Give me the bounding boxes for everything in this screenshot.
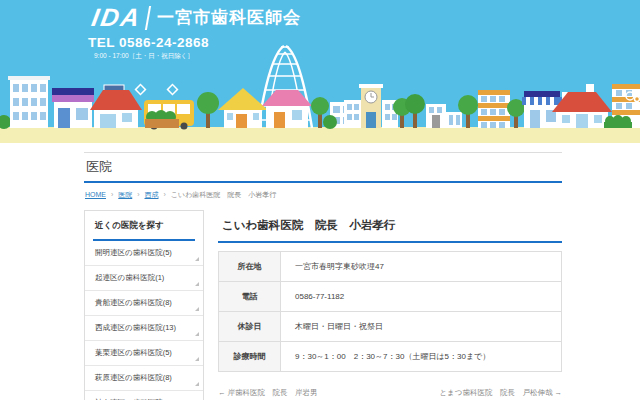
breadcrumb: HOME › 医院 › 西成 › こいわ歯科医院 院長 小岩孝行 — [84, 190, 562, 200]
house-big-red-roof — [552, 84, 612, 128]
tree — [197, 92, 219, 128]
header-contact: TEL 0586-24-2868 9:00 - 17:00［土・日・祝日除く］ — [88, 35, 209, 61]
row-label: 所在地 — [219, 252, 281, 282]
shop-purple-awning — [52, 88, 94, 128]
sidebar-item-kamiyama[interactable]: 神山連区の歯科医院(10) — [85, 391, 203, 400]
building-orange-stripes — [478, 90, 510, 128]
row-label: 休診日 — [219, 312, 281, 342]
sidebar-item-hagiwara[interactable]: 萩原連区の歯科医院(8) — [85, 366, 203, 391]
breadcrumb-current: こいわ歯科医院 院長 小岩孝行 — [171, 191, 277, 198]
clinic-detail: こいわ歯科医院 院長 小岩孝行 所在地 一宮市春明字東砂吹理47 電話 0586… — [218, 210, 562, 398]
school-clock-building — [344, 84, 398, 128]
ground — [0, 127, 640, 143]
table-row-hours: 診療時間 9：30～1：00 2：30～7：30（土曜日は5：30まで） — [219, 342, 562, 372]
site-logo[interactable]: IDA 一宮市歯科医師会 — [92, 5, 301, 30]
ida-logo-icon: IDA — [90, 5, 143, 30]
bush — [0, 115, 11, 129]
prev-clinic-link[interactable]: ← 岸歯科医院 院長 岸岩男 — [218, 388, 318, 398]
header-banner: IDA 一宮市歯科医師会 TEL 0586-24-2868 9:00 - 17:… — [0, 0, 640, 143]
bird-diamond-icon — [136, 85, 146, 95]
sidebar-item-okoshi[interactable]: 起連区の歯科医院(1) — [85, 266, 203, 291]
breadcrumb-separator: › — [111, 191, 113, 198]
row-value: 一宮市春明字東砂吹理47 — [281, 252, 562, 282]
breadcrumb-home[interactable]: HOME — [85, 191, 106, 198]
row-value: 0586-77-1182 — [281, 282, 562, 312]
sidebar-item-kifune[interactable]: 貴船連区の歯科医院(8) — [85, 291, 203, 316]
row-label: 診療時間 — [219, 342, 281, 372]
header-tel: TEL 0586-24-2868 — [88, 35, 209, 50]
house-yellow-roof — [218, 88, 268, 128]
row-value: 9：30～1：00 2：30～7：30（土曜日は5：30まで） — [281, 342, 562, 372]
house-red-roof — [90, 85, 142, 128]
content-columns: 近くの医院を探す 開明連区の歯科医院(5) 起連区の歯科医院(1) 貴船連区の歯… — [84, 210, 562, 400]
row-label: 電話 — [219, 282, 281, 312]
breadcrumb-nishinari[interactable]: 西成 — [145, 191, 159, 198]
page-title: 医院 — [84, 158, 562, 183]
sidebar-item-kaimei[interactable]: 開明連区の歯科医院(5) — [85, 241, 203, 266]
sidebar-item-nishinari[interactable]: 西成連区の歯科医院(13) — [85, 316, 203, 341]
sidebar-nearby-clinics: 近くの医院を探す 開明連区の歯科医院(5) 起連区の歯科医院(1) 貴船連区の歯… — [84, 210, 204, 400]
breadcrumb-separator: › — [163, 191, 165, 198]
main-content: 医院 HOME › 医院 › 西成 › こいわ歯科医院 院長 小岩孝行 近くの医… — [84, 152, 562, 400]
table-row-address: 所在地 一宮市春明字東砂吹理47 — [219, 252, 562, 282]
house-modern-white — [426, 104, 462, 128]
sidebar-item-haguri[interactable]: 葉栗連区の歯科医院(5) — [85, 341, 203, 366]
sidebar-title: 近くの医院を探す — [93, 211, 195, 241]
house-pink-roof — [262, 90, 312, 128]
table-row-phone: 電話 0586-77-1182 — [219, 282, 562, 312]
logo-divider — [145, 6, 151, 30]
building-apartment — [8, 76, 50, 128]
header-hours: 9:00 - 17:00［土・日・祝日除く］ — [94, 52, 209, 61]
planter-bushes — [145, 110, 179, 128]
clinic-info-table: 所在地 一宮市春明字東砂吹理47 電話 0586-77-1182 休診日 木曜日… — [218, 251, 562, 372]
next-clinic-link[interactable]: とまつ歯科医院 院長 戸松伸哉 → — [439, 388, 562, 398]
site-title: 一宮市歯科医師会 — [157, 6, 301, 29]
row-value: 木曜日・日曜日・祝祭日 — [281, 312, 562, 342]
bird-diamond-icon — [168, 85, 178, 95]
clinic-pager: ← 岸歯科医院 院長 岸岩男 とまつ歯科医院 院長 戸松伸哉 → — [218, 388, 562, 398]
clinic-title: こいわ歯科医院 院長 小岩孝行 — [218, 212, 562, 243]
breadcrumb-iin[interactable]: 医院 — [118, 191, 132, 198]
breadcrumb-separator: › — [137, 191, 139, 198]
building-right-orange — [604, 84, 640, 128]
table-row-closed-days: 休診日 木曜日・日曜日・祝祭日 — [219, 312, 562, 342]
page: IDA 一宮市歯科医師会 TEL 0586-24-2868 9:00 - 17:… — [0, 0, 640, 400]
